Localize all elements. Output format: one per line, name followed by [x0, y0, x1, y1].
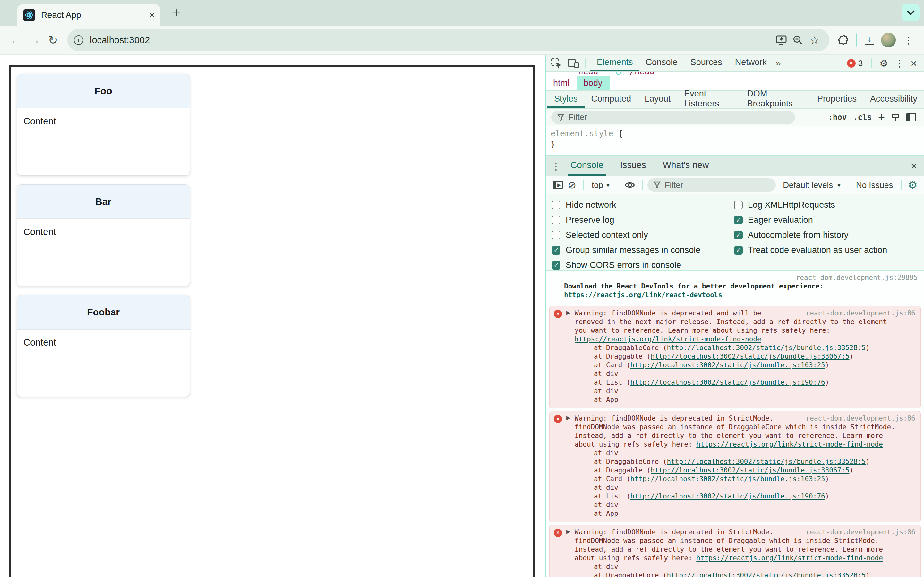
console-setting[interactable]: ✓Show CORS errors in console [552, 258, 700, 273]
zoom-out-icon[interactable] [790, 35, 806, 45]
tab-layout[interactable]: Layout [638, 91, 677, 108]
message-link[interactable]: https://reactjs.org/link/react-devtools [564, 291, 722, 299]
stack-link[interactable]: http://localhost:3002/static/js/bundle.j… [630, 492, 825, 500]
element-style-block[interactable]: element.style { } [546, 126, 924, 151]
issues-counter[interactable]: No Issues [856, 180, 893, 190]
forward-button[interactable]: → [25, 33, 44, 47]
console-setting[interactable]: ✓Autocomplete from history [734, 227, 887, 243]
checkbox[interactable] [552, 216, 561, 224]
console-setting[interactable]: ✓Group similar messages in console [552, 243, 700, 258]
breadcrumb-html[interactable]: html [546, 76, 577, 90]
drawer-tab-issues[interactable]: Issues [618, 156, 649, 176]
new-tab-button[interactable]: + [168, 5, 185, 21]
source-link[interactable]: react-dom.development.js:86 [806, 309, 915, 318]
paint-roller-icon[interactable] [891, 113, 901, 121]
tab-computed[interactable]: Computed [585, 91, 638, 108]
live-expression-eye-icon[interactable] [624, 181, 635, 189]
source-link[interactable]: react-dom.development.js:86 [806, 414, 915, 423]
drawer-tab-console[interactable]: Console [568, 156, 606, 176]
browser-menu-icon[interactable]: ⋮ [899, 35, 918, 46]
tab-styles[interactable]: Styles [548, 91, 585, 108]
error-badge-icon[interactable]: × [847, 59, 856, 68]
bookmark-star-icon[interactable]: ☆ [806, 34, 823, 47]
checkbox[interactable]: ✓ [552, 246, 561, 255]
expand-icon[interactable]: ▶ [566, 309, 570, 316]
new-style-rule-button[interactable]: + [878, 111, 885, 124]
expand-icon[interactable]: ▶ [566, 528, 570, 535]
reload-button[interactable]: ↻ [44, 33, 62, 47]
downloads-icon[interactable]: ↓ [861, 35, 878, 45]
tab-accessibility[interactable]: Accessibility [863, 91, 924, 108]
error-count[interactable]: 3 [858, 58, 863, 68]
install-app-icon[interactable] [773, 35, 790, 45]
stack-link[interactable]: http://localhost:3002/static/js/bundle.j… [630, 475, 825, 483]
console-setting[interactable]: Preserve log [552, 213, 700, 227]
clear-console-icon[interactable]: ⊘ [568, 179, 576, 191]
console-setting[interactable]: Hide network [552, 197, 700, 213]
styles-filter-input[interactable]: Filter [551, 111, 795, 124]
console-setting[interactable]: Log XMLHttpRequests [734, 197, 887, 213]
tab-search-button[interactable] [901, 3, 919, 21]
checkbox[interactable]: ✓ [734, 246, 743, 255]
address-bar[interactable]: i localhost:3002 ☆ [67, 29, 829, 51]
devtools-menu-icon[interactable]: ⋮ [895, 58, 904, 69]
checkbox[interactable]: ✓ [734, 216, 743, 224]
breadcrumb-body[interactable]: body [577, 76, 610, 90]
checkbox[interactable]: ✓ [552, 261, 561, 269]
console-setting[interactable]: ✓Treat code evaluation as user action [734, 243, 887, 258]
tab-event-listeners[interactable]: Event Listeners [677, 91, 740, 108]
tab-dom-breakpoints[interactable]: DOM Breakpoints [740, 91, 811, 108]
card[interactable]: BarContent [17, 184, 190, 286]
stack-link[interactable]: http://localhost:3002/static/js/bundle.j… [667, 458, 866, 466]
drawer-menu-icon[interactable]: ⋮ [551, 156, 561, 176]
tab-sources[interactable]: Sources [684, 55, 729, 71]
tab-console[interactable]: Console [640, 55, 684, 71]
url-text[interactable]: localhost:3002 [90, 35, 773, 45]
element-classes-button[interactable]: .cls [853, 113, 872, 122]
console-sidebar-icon[interactable]: ▶ [553, 181, 563, 189]
browser-tab[interactable]: React App × [17, 5, 160, 26]
card-header[interactable]: Foo [17, 74, 190, 108]
toggle-sidebar-icon[interactable] [906, 113, 916, 121]
log-levels-dropdown[interactable]: Default levels [783, 180, 833, 190]
drawer-close-icon[interactable]: × [911, 156, 917, 176]
more-tabs-icon[interactable]: » [773, 55, 783, 71]
message-link[interactable]: https://reactjs.org/link/strict-mode-fin… [696, 440, 883, 448]
site-info-icon[interactable]: i [74, 35, 83, 45]
stack-link[interactable]: http://localhost:3002/static/js/bundle.j… [651, 353, 850, 360]
card-header[interactable]: Foobar [17, 295, 190, 330]
tab-network[interactable]: Network [729, 55, 773, 71]
tab-elements[interactable]: Elements [590, 55, 640, 71]
stack-link[interactable]: http://localhost:3002/static/js/bundle.j… [651, 466, 850, 474]
stack-link[interactable]: http://localhost:3002/static/js/bundle.j… [667, 344, 866, 351]
console-settings-gear-icon[interactable]: ⚙ [908, 179, 918, 191]
card-header[interactable]: Bar [17, 185, 190, 219]
inspect-element-icon[interactable] [551, 58, 561, 68]
checkbox[interactable] [552, 201, 561, 210]
checkbox[interactable] [552, 231, 561, 239]
stack-link[interactable]: http://localhost:3002/static/js/bundle.j… [630, 361, 825, 369]
message-link[interactable]: https://reactjs.org/link/strict-mode-fin… [696, 554, 883, 562]
pseudo-state-button[interactable]: :hov [828, 113, 846, 122]
checkbox[interactable] [734, 201, 743, 210]
console-setting[interactable]: Selected context only [552, 227, 700, 243]
message-link[interactable]: https://reactjs.org/link/strict-mode-fin… [575, 335, 761, 343]
tab-close-icon[interactable]: × [149, 10, 155, 20]
expand-icon[interactable]: ▶ [566, 414, 570, 421]
profile-avatar[interactable] [881, 33, 896, 47]
devtools-close-icon[interactable]: × [911, 57, 917, 69]
console-setting[interactable]: ✓Eager evaluation [734, 213, 887, 227]
checkbox[interactable]: ✓ [734, 231, 743, 239]
stack-link[interactable]: http://localhost:3002/static/js/bundle.j… [667, 572, 866, 577]
extensions-icon[interactable] [835, 34, 851, 46]
console-filter-input[interactable]: Filter [648, 178, 776, 192]
execution-context-selector[interactable]: top [591, 180, 603, 190]
tab-properties[interactable]: Properties [811, 91, 863, 108]
devtools-settings-gear-icon[interactable]: ⚙ [879, 58, 888, 69]
back-button[interactable]: ← [6, 33, 25, 47]
source-link[interactable]: react-dom.development.js:29895 [564, 274, 918, 282]
stack-link[interactable]: http://localhost:3002/static/js/bundle.j… [630, 379, 825, 386]
source-link[interactable]: react-dom.development.js:86 [806, 528, 915, 537]
card[interactable]: FoobarContent [17, 295, 190, 397]
device-toolbar-icon[interactable] [568, 58, 579, 68]
